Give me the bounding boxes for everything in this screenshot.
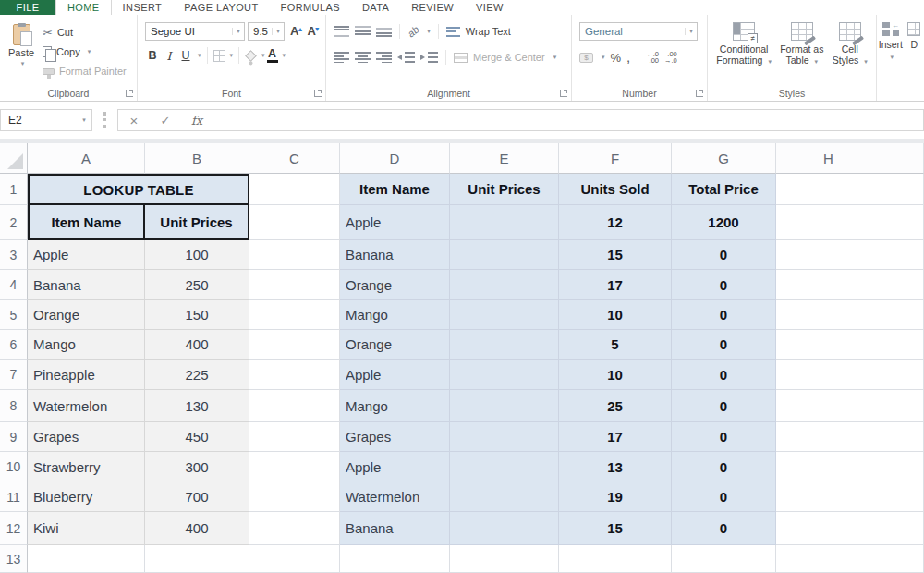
borders-dropdown-icon[interactable]: ▾ [230, 52, 234, 59]
bold-button[interactable]: B [145, 47, 160, 64]
orientation-icon[interactable]: ab [406, 23, 421, 39]
font-name-dropdown-icon[interactable]: ▾ [232, 28, 244, 35]
cell-H6[interactable] [776, 330, 881, 360]
accounting-dropdown-icon[interactable]: ▾ [602, 54, 605, 61]
number-format-select[interactable]: General ▾ [579, 22, 698, 41]
cell-I1[interactable] [881, 174, 924, 205]
cell-C13[interactable] [249, 545, 340, 573]
cell-D11[interactable]: Watermelon [340, 482, 450, 512]
cell-B9[interactable]: 450 [145, 422, 249, 452]
cell-D4[interactable]: Orange [340, 270, 450, 300]
cell-G12[interactable]: 0 [672, 512, 776, 545]
row-header-8[interactable]: 8 [0, 390, 28, 422]
increase-decimal-icon[interactable]: ←.0 .00 [646, 51, 659, 64]
cell-F8[interactable]: 25 [559, 390, 672, 422]
col-header-H[interactable]: H [776, 143, 881, 174]
cell-F7[interactable]: 10 [559, 360, 672, 390]
enter-icon[interactable]: ✓ [150, 114, 181, 128]
cell-I3[interactable] [881, 240, 924, 270]
cell-H7[interactable] [776, 360, 881, 390]
cell-B12[interactable]: 400 [145, 512, 249, 545]
align-middle-icon[interactable] [355, 26, 371, 37]
tab-home[interactable]: HOME [55, 0, 112, 15]
cell-G11[interactable]: 0 [672, 482, 776, 512]
cell-G1[interactable]: Total Price [672, 174, 776, 205]
cell-E4[interactable] [450, 270, 559, 300]
cell-F3[interactable]: 15 [559, 240, 672, 270]
cell-H5[interactable] [776, 300, 881, 330]
percent-style-button[interactable]: % [611, 51, 622, 65]
cell-C11[interactable] [249, 482, 340, 512]
font-size-select[interactable]: 9.5 ▾ [248, 22, 285, 41]
merge-center-dropdown-icon[interactable]: ▾ [553, 54, 557, 61]
grow-font-button[interactable]: A▲ [287, 23, 301, 40]
cell-F4[interactable]: 17 [559, 270, 672, 300]
cell-F13[interactable] [559, 545, 672, 573]
cell-A5[interactable]: Orange [28, 300, 145, 330]
cell-E8[interactable] [450, 390, 559, 422]
cell-E2[interactable] [450, 205, 559, 240]
wrap-text-label[interactable]: Wrap Text [466, 26, 511, 37]
row-header-9[interactable]: 9 [0, 422, 28, 452]
copy-button[interactable]: Copy ▾ [43, 43, 127, 60]
row-header-5[interactable]: 5 [0, 300, 28, 330]
cell-A11[interactable]: Blueberry [28, 482, 145, 512]
format-painter-button[interactable]: Format Painter [43, 63, 127, 79]
orientation-dropdown-icon[interactable]: ▾ [427, 28, 431, 35]
cell-A12[interactable]: Kiwi [28, 512, 145, 545]
decrease-indent-icon[interactable] [397, 52, 415, 63]
cell-E10[interactable] [450, 452, 559, 482]
font-color-button[interactable]: A [267, 49, 278, 63]
cell-D1[interactable]: Item Name [340, 174, 450, 205]
clipboard-dialog-launcher-icon[interactable] [126, 90, 133, 97]
align-bottom-icon[interactable] [376, 26, 392, 37]
number-dialog-launcher-icon[interactable] [696, 90, 703, 97]
cell-G7[interactable]: 0 [672, 360, 776, 390]
row-header-7[interactable]: 7 [0, 360, 28, 390]
name-box-dropdown-icon[interactable]: ▾ [77, 116, 91, 124]
cell-C7[interactable] [249, 360, 340, 390]
cell-A8[interactable]: Watermelon [28, 390, 145, 422]
copy-dropdown-icon[interactable]: ▾ [88, 48, 91, 55]
cell-E7[interactable] [450, 360, 559, 390]
cell-G13[interactable] [672, 545, 776, 573]
cell-B2[interactable]: Unit Prices [145, 205, 249, 240]
cell-E1[interactable]: Unit Prices [450, 174, 559, 205]
cell-A3[interactable]: Apple [28, 240, 145, 270]
cell-G9[interactable]: 0 [672, 422, 776, 452]
cell-I5[interactable] [881, 300, 924, 330]
align-left-icon[interactable] [334, 52, 349, 63]
cell-I11[interactable] [881, 482, 924, 512]
font-color-dropdown-icon[interactable]: ▾ [283, 52, 286, 59]
tab-review[interactable]: REVIEW [400, 0, 465, 15]
cell-C2[interactable] [249, 205, 340, 240]
font-name-select[interactable]: Segoe UI ▾ [145, 22, 245, 41]
row-header-13[interactable]: 13 [0, 545, 28, 573]
cell-F1[interactable]: Units Sold [559, 174, 672, 205]
cell-D10[interactable]: Apple [340, 452, 450, 482]
borders-icon[interactable] [213, 50, 225, 62]
cell-C6[interactable] [249, 330, 340, 360]
cell-D12[interactable]: Banana [340, 512, 450, 545]
increase-indent-icon[interactable] [420, 52, 438, 63]
row-header-3[interactable]: 3 [0, 240, 28, 270]
underline-dropdown-icon[interactable]: ▾ [198, 52, 201, 59]
row-header-6[interactable]: 6 [0, 330, 28, 360]
cell-H4[interactable] [776, 270, 881, 300]
cell-I8[interactable] [881, 390, 924, 422]
cell-G10[interactable]: 0 [672, 452, 776, 482]
cell-G8[interactable]: 0 [672, 390, 776, 422]
cell-A13[interactable] [28, 545, 145, 573]
row-header-11[interactable]: 11 [0, 482, 28, 512]
cell-D8[interactable]: Mango [340, 390, 450, 422]
alignment-dialog-launcher-icon[interactable] [560, 90, 567, 97]
font-dialog-launcher-icon[interactable] [314, 90, 322, 97]
cell-B5[interactable]: 150 [145, 300, 249, 330]
row-header-4[interactable]: 4 [0, 270, 28, 300]
cell-H1[interactable] [776, 174, 881, 205]
cell-C3[interactable] [249, 240, 340, 270]
formula-input[interactable] [213, 109, 924, 131]
tab-insert[interactable]: INSERT [112, 0, 174, 15]
cell-G4[interactable]: 0 [672, 270, 776, 300]
cell-D7[interactable]: Apple [340, 360, 450, 390]
